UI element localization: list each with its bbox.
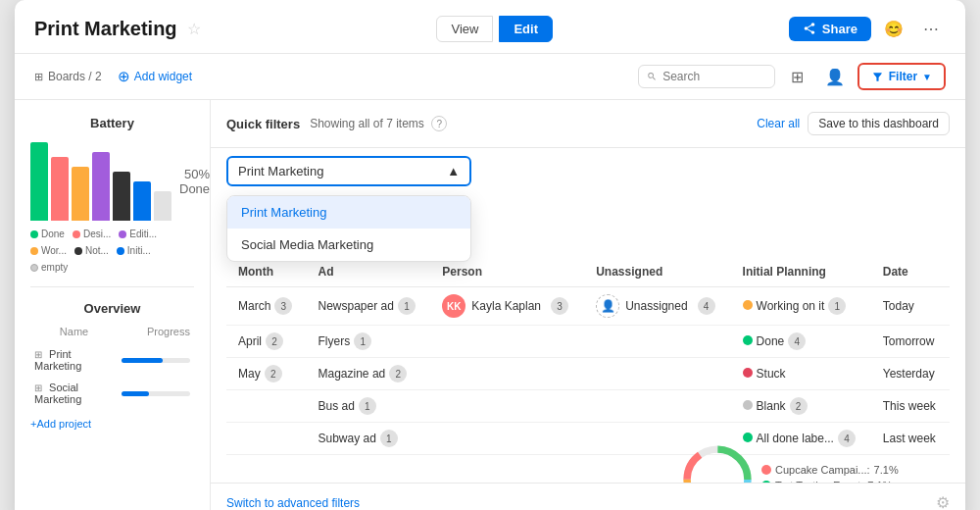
table-row: Bus ad1 Blank2 This week [226,390,950,423]
divider [30,286,194,287]
view-button[interactable]: View [436,16,493,42]
save-dashboard-button[interactable]: Save to this dashboard [808,112,950,135]
legend-item-cupcake: Cupcake Campai...: 7.1% [761,464,899,476]
unassigned-cell: 👤 Unassigned 4 [596,294,718,318]
bar-done [30,142,48,221]
count-badge: 1 [354,332,371,350]
count-badge: 3 [274,297,292,315]
battery-chart [30,142,172,221]
help-icon[interactable]: ? [431,116,447,131]
toolbar-right: ⊞ 👤 Filter ▼ [638,62,946,91]
status-dot [743,335,753,345]
bar-wor [72,167,89,221]
dropdown-option-social[interactable]: Social Media Marketing [227,229,470,261]
quick-filters-actions: Clear all Save to this dashboard [757,112,950,135]
dropdown-selected-value: Print Marketing [238,164,323,178]
table-row: ⊞ Social Marketing [30,377,194,410]
filter-button[interactable]: Filter ▼ [858,63,946,90]
progress-bar-social [122,391,190,396]
count-badge: 2 [790,397,808,415]
bar-desi [51,157,69,221]
bar-init [133,181,151,221]
filter-dropdown-arrow: ▼ [922,72,932,82]
title-actions: Share 😊 ⋯ [789,14,946,43]
share-button[interactable]: Share [789,17,871,41]
data-table: Month Ad Person Unassigned Initial Plann… [226,257,950,455]
battery-widget-title: Battery [30,116,194,130]
done-percent: 50% Done [179,167,210,196]
page-title: Print Marketing [34,18,177,40]
person-cell: KK Kayla Kaplan 3 [442,294,572,318]
dropdown-arrow-icon: ▲ [447,164,460,178]
search-box [638,65,775,88]
unassigned-col-header: Unassigned [584,257,730,287]
main-content: Battery 50% Done Done Desi... Editi... W… [15,100,965,510]
dropdown-option-print[interactable]: Print Marketing [227,196,470,229]
table-row: May2 Magazine ad2 Stuck Yesterday [226,358,950,390]
count-badge: 1 [828,297,846,315]
legend-dot-cupcake [761,465,771,475]
progress-bar-print [122,358,190,363]
main-window: Print Marketing ☆ View Edit Share 😊 ⋯ ⊞ … [15,0,965,510]
share-icon [803,22,816,35]
quick-filters-bar: Quick filters Showing all of 7 items ? C… [211,100,965,148]
count-badge: 2 [265,365,282,382]
count-badge: 1 [359,397,376,415]
avatar: KK [442,294,466,318]
project-icon: ⊞ [34,349,42,360]
favorite-icon[interactable]: ☆ [187,20,201,38]
row-name: ⊞ Social Marketing [30,377,118,410]
quick-filters-showing: Showing all of 7 items ? [310,116,447,131]
account-icon-btn[interactable]: 👤 [820,62,850,91]
progress-col-header: Progress [118,326,194,343]
settings-icon: ⚙ [936,493,950,510]
left-panel: Battery 50% Done Done Desi... Editi... W… [15,100,211,510]
initial-planning-col-header: Initial Planning [731,257,871,287]
edit-button[interactable]: Edit [499,16,553,42]
grid-view-icon-btn[interactable]: ⊞ [783,62,812,91]
more-options-icon-btn[interactable]: ⋯ [916,14,946,43]
count-badge: 4 [788,332,806,350]
bar-empty [154,191,172,221]
name-col-header: Name [30,326,118,343]
switch-filters-bar[interactable]: Switch to advanced filters ⚙ [211,483,965,510]
legend-init: Initi... [117,245,151,256]
boards-link[interactable]: ⊞ Boards / 2 [34,70,102,83]
table-row: March3 Newspaper ad1 KK Kayla Kaplan 3 [226,287,950,326]
view-edit-toggle: View Edit [436,16,553,42]
count-badge: 3 [551,297,568,315]
legend-empty: empty [30,262,68,273]
table-row: April2 Flyers1 Done4 Tomorrow [226,326,950,358]
right-panel: Quick filters Showing all of 7 items ? C… [211,100,965,510]
battery-legend: Done Desi... Editi... Wor... Not... Init… [30,229,194,273]
search-icon [647,71,657,82]
progress-fill-print [122,358,163,363]
quick-filters-label: Quick filters [226,117,300,131]
toolbar-left: ⊞ Boards / 2 ⊕ Add widget [34,68,192,85]
date-col-header: Date [871,257,950,287]
add-project-button[interactable]: +Add project [30,418,194,430]
add-widget-button[interactable]: ⊕ Add widget [118,68,192,85]
dropdown-input[interactable]: Print Marketing ▲ [226,156,471,186]
project-icon: ⊞ [34,382,42,393]
unassigned-icon: 👤 [596,294,619,318]
overview-title: Overview [30,301,194,316]
legend-edit: Editi... [119,229,157,239]
status-dot [743,300,753,310]
count-badge: 4 [698,297,715,315]
filter-icon [871,71,884,83]
toolbar: ⊞ Boards / 2 ⊕ Add widget ⊞ 👤 Filter ▼ [15,54,965,100]
overview-widget: Overview Name Progress ⊞ Print Marketing [30,301,194,430]
clear-all-button[interactable]: Clear all [757,112,800,135]
smiley-icon-btn[interactable]: 😊 [879,14,908,43]
table-row: ⊞ Print Marketing [30,343,194,377]
progress-fill-social [122,391,149,396]
search-input[interactable] [662,70,766,83]
title-left: Print Marketing ☆ [34,18,201,40]
count-badge: 1 [380,430,398,447]
bar-not [113,172,130,221]
title-bar: Print Marketing ☆ View Edit Share 😊 ⋯ [15,0,965,54]
overview-table: Name Progress ⊞ Print Marketing [30,326,194,410]
row-name: ⊞ Print Marketing [30,343,118,377]
legend-not: Not... [74,245,109,256]
